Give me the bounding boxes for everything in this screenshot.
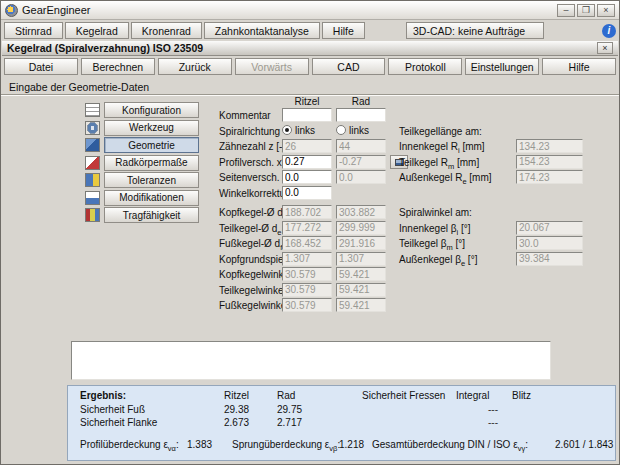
- radio-circle-icon: [282, 125, 292, 135]
- form-row-spiralrichtung: Spiralrichtung links links: [219, 124, 419, 140]
- cone-values-panel: Teilkegellänge am: Innenkegel Ri [mm] Te…: [399, 124, 591, 268]
- hilfe-button[interactable]: Hilfe: [542, 58, 616, 75]
- sidebar-item-radkoerpermasse[interactable]: Radkörpermaße: [85, 155, 199, 172]
- kopfgrundspiel-rad-field: [336, 252, 386, 266]
- teilkegellaenge-title: Teilkegellänge am:: [399, 126, 482, 137]
- sidebar: Konfiguration Werkzeug Geometrie Radkörp…: [85, 102, 199, 225]
- internal-frame-titlebar: Kegelrad (Spiralverzahnung) ISO 23509 ×: [2, 41, 618, 56]
- spacer-row: [399, 186, 591, 202]
- form-row-fusskegelwinkel: Fußkegelwinkel δf [°]: [219, 298, 419, 314]
- sicherheit-flanke-ritzel: 2.673: [224, 417, 249, 428]
- teilkegel-beta-label: Teilkegel βm [°]: [399, 238, 465, 252]
- column-header-ritzel: Ritzel: [282, 96, 332, 107]
- konfiguration-icon: [85, 103, 100, 117]
- zaehnezahl-label: Zähnezahl z [-]: [219, 141, 285, 155]
- sprunguberdeckung-value: 1.218: [339, 439, 364, 450]
- tab-kronenrad[interactable]: Kronenrad: [131, 22, 202, 39]
- kommentar-rad-input[interactable]: [336, 108, 386, 122]
- column-header-rad: Rad: [336, 96, 386, 107]
- tab-kegelrad[interactable]: Kegelrad: [65, 22, 129, 39]
- cad-status-dropdown[interactable]: 3D-CAD: keine Aufträge: [406, 22, 544, 39]
- form-row-kopfkegel-d: Kopfkegel-Ø dae [mm]: [219, 205, 419, 221]
- innenkegel-beta-row: Innenkegel βi [°]: [399, 221, 591, 237]
- results-col-fressen: Sicherheit Fressen: [362, 390, 445, 401]
- einstellungen-button[interactable]: Einstellungen: [465, 58, 539, 75]
- sidebar-item-modifikationen[interactable]: Modifikationen: [85, 190, 199, 207]
- berechnen-button[interactable]: Berechnen: [81, 58, 155, 75]
- zaehnezahl-rad-field: [336, 139, 386, 153]
- teilkegel-r-field: [516, 155, 583, 169]
- sidebar-item-werkzeug[interactable]: Werkzeug: [85, 120, 199, 137]
- close-button[interactable]: ×: [597, 4, 615, 17]
- innenkegel-beta-field: [516, 221, 583, 235]
- kommentar-ritzel-input[interactable]: [282, 108, 332, 122]
- teilkegel-beta-row: Teilkegel βm [°]: [399, 236, 591, 252]
- radio-label: links: [349, 125, 369, 136]
- spiralwinkel-title-row: Spiralwinkel am:: [399, 205, 591, 221]
- frame-close-button[interactable]: ×: [597, 42, 613, 54]
- zurueck-button[interactable]: Zurück: [158, 58, 232, 75]
- info-icon[interactable]: i: [602, 24, 616, 38]
- module-menubar: Stirnrad Kegelrad Kronenrad Zahnkontakta…: [4, 22, 616, 39]
- spiralrichtung-ritzel-radio[interactable]: links: [282, 125, 315, 136]
- minimize-button[interactable]: –: [557, 4, 575, 17]
- teilkegel-d-ritzel-field: [282, 221, 332, 235]
- winkelkorrektur-input[interactable]: [282, 186, 332, 200]
- sidebar-label-toleranzen[interactable]: Toleranzen: [104, 172, 199, 188]
- innenkegel-r-row: Innenkegel Ri [mm]: [399, 139, 591, 155]
- teilkegel-r-label: Teilkegel Rm [mm]: [399, 157, 479, 171]
- werkzeug-gear-icon: [85, 121, 100, 135]
- aussenkegel-r-label: Außenkegel Re [mm]: [399, 172, 492, 186]
- teilkegellaenge-title-row: Teilkegellänge am:: [399, 124, 591, 140]
- form-row-teilkegelwinkel: Teilkegelwinkel δ [°]: [219, 283, 419, 299]
- sidebar-item-toleranzen[interactable]: Toleranzen: [85, 172, 199, 189]
- frame-title: Kegelrad (Spiralverzahnung) ISO 23509: [7, 42, 203, 54]
- aussenkegel-beta-row: Außenkegel βe [°]: [399, 252, 591, 268]
- teilkegelwinkel-rad-field: [336, 283, 386, 297]
- seitenversch-ritzel-input[interactable]: [282, 170, 332, 184]
- radkoerpermasse-icon: [85, 156, 100, 170]
- form-row-teilkegel-d: Teilkegel-Ø de [mm]: [219, 221, 419, 237]
- window-controls: – ❐ ×: [557, 4, 615, 17]
- kopfkegel-d-ritzel-field: [282, 205, 332, 219]
- form-row-kommentar: Kommentar: [219, 108, 419, 124]
- profiluberdeckung-value: 1.383: [187, 439, 212, 450]
- kopfgrundspiel-ritzel-field: [282, 252, 332, 266]
- sidebar-item-geometrie[interactable]: Geometrie: [85, 137, 199, 154]
- teilkegel-r-row: Teilkegel Rm [mm]: [399, 155, 591, 171]
- cad-button[interactable]: CAD: [312, 58, 386, 75]
- sicherheit-fuss-label: Sicherheit Fuß: [80, 404, 145, 415]
- teilkegel-beta-field: [516, 236, 583, 250]
- sidebar-label-werkzeug[interactable]: Werkzeug: [104, 120, 199, 136]
- sidebar-label-geometrie[interactable]: Geometrie: [104, 137, 199, 153]
- geometry-form: Kommentar Spiralrichtung links links Zäh…: [219, 108, 419, 314]
- sidebar-label-konfiguration[interactable]: Konfiguration: [104, 102, 199, 118]
- fusskegelwinkel-rad-field: [336, 298, 386, 312]
- sidebar-item-tragfaehigkeit[interactable]: Tragfähigkeit: [85, 207, 199, 224]
- innenkegel-r-field: [516, 139, 583, 153]
- message-textarea[interactable]: [71, 341, 551, 380]
- sidebar-label-modifikationen[interactable]: Modifikationen: [104, 190, 199, 206]
- kopfkegelwinkel-rad-field: [336, 267, 386, 281]
- tab-zahnkontaktanalyse[interactable]: Zahnkontaktanalyse: [204, 22, 320, 39]
- profilversch-rad-field: [336, 155, 386, 169]
- tab-stirnrad[interactable]: Stirnrad: [4, 22, 63, 39]
- spiralrichtung-rad-radio[interactable]: links: [336, 125, 369, 136]
- window-titlebar: GearEngineer – ❐ ×: [1, 1, 619, 20]
- results-panel: Ergebnis: Ritzel Rad Sicherheit Fressen …: [67, 385, 616, 461]
- sidebar-item-konfiguration[interactable]: Konfiguration: [85, 102, 199, 119]
- protokoll-button[interactable]: Protokoll: [388, 58, 462, 75]
- aussenkegel-beta-field: [516, 252, 583, 266]
- sicherheit-fuss-fressen: ---: [458, 404, 528, 415]
- profilversch-ritzel-input[interactable]: [282, 155, 332, 169]
- sidebar-label-tragfaehigkeit[interactable]: Tragfähigkeit: [104, 207, 199, 223]
- datei-button[interactable]: Datei: [4, 58, 78, 75]
- gesamtuberdeckung-label: Gesamtüberdeckung DIN / ISO εvγ:: [372, 439, 528, 453]
- sicherheit-flanke-fressen: ---: [458, 417, 528, 428]
- aussenkegel-r-row: Außenkegel Re [mm]: [399, 170, 591, 186]
- tab-hilfe[interactable]: Hilfe: [322, 22, 365, 39]
- sprunguberdeckung-label: Sprungüberdeckung εvβ:: [232, 439, 340, 453]
- maximize-button[interactable]: ❐: [577, 4, 595, 17]
- aussenkegel-beta-label: Außenkegel βe [°]: [399, 254, 477, 268]
- sidebar-label-radkoerpermasse[interactable]: Radkörpermaße: [104, 155, 199, 171]
